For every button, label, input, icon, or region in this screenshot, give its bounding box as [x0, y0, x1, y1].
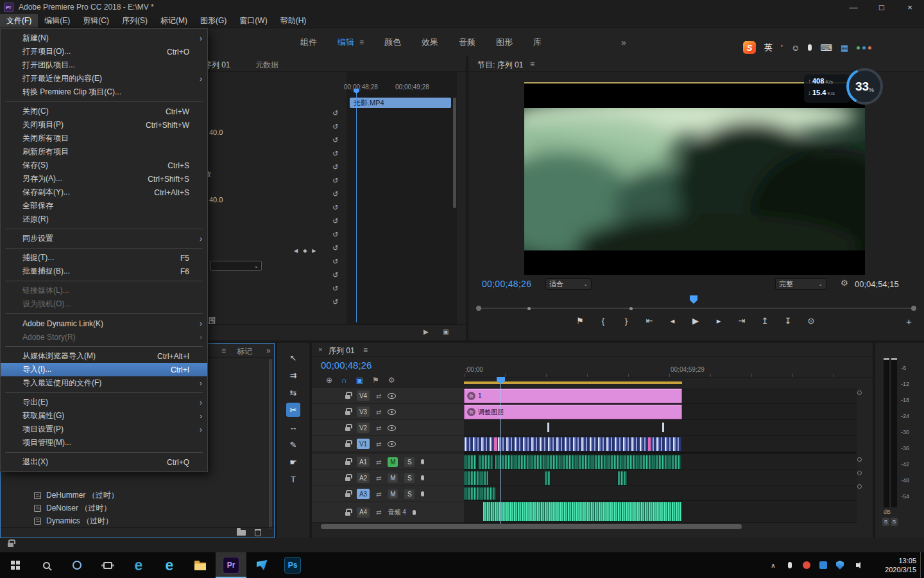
mute-button[interactable]: M	[388, 473, 398, 483]
track-target-badge[interactable]: A2	[357, 473, 370, 483]
file-menu-item[interactable]	[1, 344, 207, 349]
track-header-v3[interactable]: V3⇄	[312, 404, 464, 420]
pen-tool[interactable]: ✎	[286, 437, 300, 451]
track-target-badge[interactable]: V2	[357, 423, 370, 433]
file-menu-item[interactable]: 退出(X)Ctrl+Q	[1, 455, 207, 469]
panel-menu-icon[interactable]: ≡	[363, 346, 368, 355]
file-menu-item[interactable]	[1, 311, 207, 317]
menu-clip[interactable]: 剪辑(C)	[76, 14, 116, 28]
parameter-value[interactable]: 40.0	[209, 128, 223, 136]
workspace-graphics[interactable]: 图形	[486, 37, 523, 48]
track-output-eye-icon[interactable]	[388, 393, 396, 399]
add-marker-icon[interactable]: ⚑	[372, 376, 379, 385]
track-select-tool[interactable]: ⇉	[286, 368, 300, 382]
export-frame-button[interactable]: ⊙	[806, 316, 816, 326]
snap-icon[interactable]: ∩	[341, 376, 347, 385]
program-timecode[interactable]: 00;00;48;26	[482, 279, 531, 289]
file-menu-item[interactable]: 保存(S)Ctrl+S	[1, 159, 207, 172]
track-lock-icon[interactable]	[345, 411, 350, 415]
track-lock-icon[interactable]	[345, 493, 350, 497]
workspace-libraries[interactable]: 库	[523, 37, 552, 48]
reset-icon[interactable]: ↺	[332, 150, 338, 163]
reset-icon[interactable]: ↺	[332, 258, 338, 271]
track-lock-icon[interactable]	[345, 461, 350, 465]
tab-metadata[interactable]: 元数据	[255, 60, 278, 71]
ec-scrollbar[interactable]	[453, 98, 456, 208]
audio-clip-a2[interactable]	[617, 471, 628, 486]
menu-file[interactable]: 文件(F)	[0, 14, 38, 28]
effect-dehummer[interactable]: DeHummer （过时）	[1, 489, 274, 502]
scrollbar-end-dot[interactable]	[911, 306, 916, 311]
file-menu-item[interactable]: 批量捕捉(B)...F6	[1, 265, 207, 278]
track-target-badge[interactable]: V4	[357, 390, 370, 401]
effect-dynamics[interactable]: Dynamics （过时）	[1, 514, 274, 527]
mark-in-button[interactable]: {	[598, 316, 608, 326]
menu-help[interactable]: 帮助(H)	[274, 14, 313, 28]
program-tab[interactable]: 节目: 序列 01	[477, 60, 523, 71]
track-header-a1[interactable]: A1⇄MS	[312, 454, 464, 470]
file-menu-item[interactable]: 打开团队项目...	[1, 58, 207, 72]
reset-icon[interactable]: ↺	[332, 123, 338, 136]
audio-clip-a2[interactable]	[544, 471, 551, 486]
reset-icon[interactable]: ↺	[332, 190, 338, 204]
voiceover-mic-icon[interactable]	[421, 459, 424, 464]
solo-button[interactable]: S	[404, 489, 415, 499]
mark-out-button[interactable]: }	[621, 316, 631, 326]
small-clip-v2[interactable]	[547, 423, 549, 432]
track-lock-icon[interactable]	[345, 477, 350, 481]
premiere-taskbar-icon[interactable]: Pr	[216, 552, 246, 578]
track-target-badge[interactable]: V3	[357, 407, 370, 417]
workspace-editing[interactable]: 编辑≡	[327, 37, 374, 48]
voiceover-mic-icon[interactable]	[421, 491, 424, 496]
reset-icon[interactable]: ↺	[332, 231, 338, 244]
export-frame-icon[interactable]: ▣	[443, 328, 449, 335]
parameter-value[interactable]: 40.0	[209, 196, 223, 204]
play-button[interactable]: ▶	[690, 316, 701, 326]
file-menu-item[interactable]: 关闭(C)Ctrl+W	[1, 105, 207, 118]
sync-lock-icon[interactable]: ⇄	[376, 509, 381, 516]
go-to-out-button[interactable]: ⇥	[737, 316, 747, 326]
slip-tool[interactable]: ↔	[286, 420, 300, 434]
parameter-dropdown[interactable]: ⌄	[210, 261, 262, 271]
file-menu-item[interactable]: 项目管理(M)...	[1, 436, 207, 450]
ec-clip-header[interactable]: 光影.MP4	[350, 98, 451, 108]
file-menu-item[interactable]	[1, 450, 207, 455]
tray-app-blue[interactable]	[815, 552, 832, 578]
file-menu-item[interactable]: 还原(R)	[1, 213, 207, 226]
file-menu-item[interactable]: 关闭项目(P)Ctrl+Shift+W	[1, 118, 207, 132]
workspace-audio[interactable]: 音频	[449, 37, 486, 48]
track-header-a3[interactable]: A3⇄MS	[312, 486, 464, 502]
ime-keyboard-icon[interactable]: ⌨	[820, 43, 832, 53]
step-back-button[interactable]: ◂	[667, 316, 678, 326]
file-menu-item[interactable]: 同步设置›	[1, 232, 207, 245]
go-to-in-button[interactable]: ⇤	[644, 316, 654, 326]
ime-lang-mode[interactable]: 英	[764, 42, 773, 53]
file-menu-item[interactable]: 保存副本(Y)...Ctrl+Alt+S	[1, 186, 207, 199]
file-menu-item[interactable]: 转换 Premiere Clip 项目(C)...	[1, 85, 207, 99]
solo-left-button[interactable]: S	[882, 518, 889, 526]
track-lock-icon[interactable]	[345, 512, 350, 516]
file-menu-item[interactable]: 另存为(A)...Ctrl+Shift+S	[1, 172, 207, 186]
file-menu-item[interactable]: 导出(E)›	[1, 396, 207, 409]
file-menu-item[interactable]	[1, 245, 207, 251]
track-lane-v2[interactable]	[464, 420, 857, 436]
new-bin-icon[interactable]	[237, 530, 246, 536]
in-out-range-bar[interactable]	[464, 381, 682, 384]
linked-selection-icon[interactable]: ▣	[356, 376, 363, 385]
reset-icon[interactable]: ↺	[332, 271, 338, 285]
audio-clip-a2[interactable]	[464, 471, 488, 486]
volume-icon[interactable]	[848, 552, 865, 578]
file-menu-item[interactable]	[1, 226, 207, 232]
track-target-badge[interactable]: A3	[357, 489, 370, 499]
reset-icon[interactable]: ↺	[332, 136, 338, 150]
track-target-badge[interactable]: A1	[357, 457, 370, 467]
ime-extra-icons[interactable]	[857, 46, 871, 49]
file-menu-item[interactable]: 导入最近使用的文件(F)›	[1, 376, 207, 390]
track-target-badge[interactable]: A4	[357, 507, 370, 518]
panel-close-icon[interactable]: ×	[318, 346, 322, 353]
tray-app-red[interactable]	[798, 552, 815, 578]
fit-dropdown[interactable]: 适合⌄	[545, 278, 592, 290]
track-output-eye-icon[interactable]	[388, 425, 396, 431]
extract-button[interactable]: ↧	[783, 316, 793, 326]
sync-lock-icon[interactable]: ⇄	[376, 425, 381, 432]
